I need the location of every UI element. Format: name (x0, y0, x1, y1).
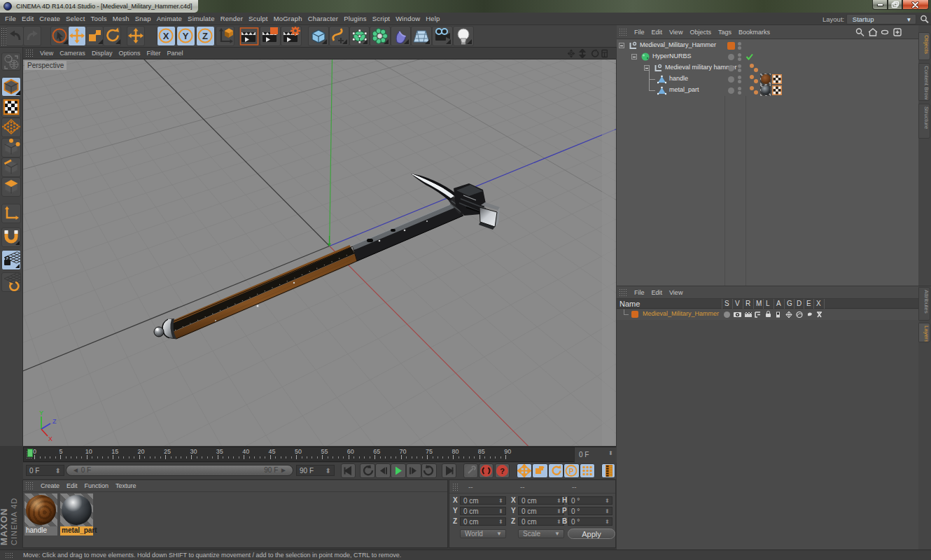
svg-text:X: X (163, 31, 169, 41)
svg-text:?: ? (500, 467, 505, 475)
svg-text:P: P (569, 468, 574, 475)
svg-text:MAXON: MAXON (0, 508, 9, 545)
svg-text:Z: Z (52, 418, 57, 425)
svg-text:CINEMA 4D: CINEMA 4D (10, 498, 18, 545)
svg-text:Y: Y (183, 31, 189, 41)
svg-text:Z: Z (202, 31, 208, 41)
svg-text:Y: Y (39, 410, 43, 416)
svg-text:X: X (48, 435, 52, 441)
